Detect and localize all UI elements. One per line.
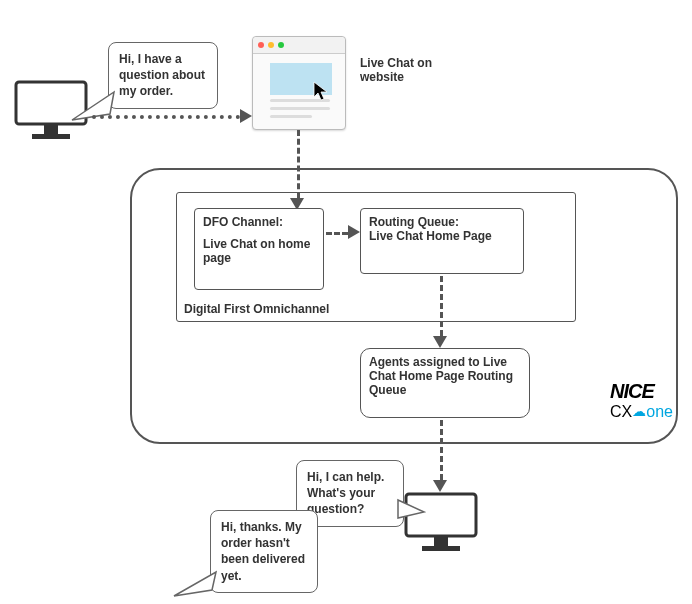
arrow-customer-to-browser — [92, 115, 240, 119]
cloud-icon: ☁ — [632, 403, 646, 419]
svg-marker-8 — [398, 500, 424, 518]
arrow-agents-to-agent — [440, 420, 443, 480]
routing-queue-title: Routing Queue: — [369, 215, 515, 229]
arrowhead-icon — [348, 225, 360, 239]
dfo-channel-body: Live Chat on home page — [203, 237, 315, 265]
svg-rect-1 — [44, 124, 58, 134]
live-chat-website-label: Live Chat on website — [360, 56, 470, 84]
arrowhead-icon — [433, 336, 447, 348]
customer-bubble-2-text: Hi, thanks. My order hasn't been deliver… — [221, 520, 305, 583]
dfo-channel-title: DFO Channel: — [203, 215, 315, 229]
agents-box-text: Agents assigned to Live Chat Home Page R… — [369, 355, 521, 397]
svg-marker-4 — [314, 82, 327, 100]
cxone-word: CX☁one — [610, 403, 673, 421]
dfo-group-label: Digital First Omnichannel — [184, 302, 329, 316]
nice-word: NICE — [610, 380, 673, 403]
cursor-icon — [313, 81, 329, 104]
routing-queue-body: Live Chat Home Page — [369, 229, 515, 243]
dfo-channel-box: DFO Channel: Live Chat on home page — [194, 208, 324, 290]
speech-tail-icon — [396, 498, 426, 522]
arrowhead-icon — [433, 480, 447, 492]
agents-box: Agents assigned to Live Chat Home Page R… — [360, 348, 530, 418]
arrowhead-icon — [240, 109, 252, 123]
routing-queue-box: Routing Queue: Live Chat Home Page — [360, 208, 524, 274]
nice-cxone-logo: NICE CX☁one — [610, 380, 673, 421]
svg-rect-6 — [434, 536, 448, 546]
svg-marker-9 — [174, 572, 216, 596]
agent-bubble-text: Hi, I can help. What's your question? — [307, 470, 384, 516]
speech-tail-icon — [172, 570, 218, 600]
customer-bubble-1-text: Hi, I have a question about my order. — [119, 52, 205, 98]
svg-rect-2 — [32, 134, 70, 139]
browser-mock-icon — [252, 36, 346, 130]
svg-rect-7 — [422, 546, 460, 551]
customer-speech-bubble-1: Hi, I have a question about my order. — [108, 42, 218, 109]
arrow-dfo-to-queue — [326, 232, 348, 235]
arrow-queue-to-agents — [440, 276, 443, 336]
customer-speech-bubble-2: Hi, thanks. My order hasn't been deliver… — [210, 510, 318, 593]
